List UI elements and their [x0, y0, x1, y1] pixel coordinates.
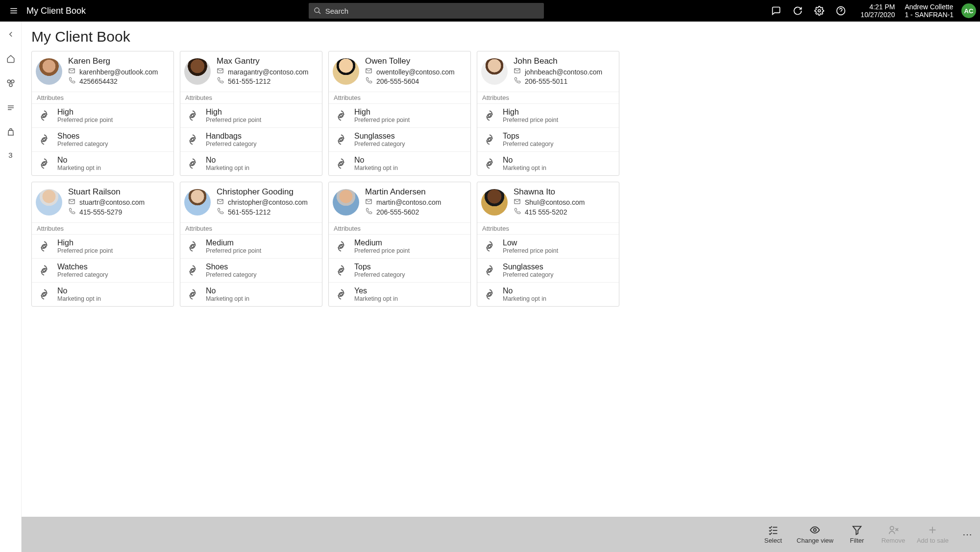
attributes-label: Attributes: [32, 92, 173, 103]
client-email: ShuI@contoso.com: [525, 198, 585, 207]
search-input[interactable]: [325, 7, 539, 15]
attr-price-label: Preferred price point: [503, 247, 558, 254]
top-right: 4:21 PM 10/27/2020 Andrew Collette 1 - S…: [766, 1, 976, 21]
filter-button[interactable]: Filter: [844, 525, 870, 544]
swirl-icon: [483, 109, 496, 122]
attr-row-price: High Preferred price point: [32, 234, 173, 258]
chat-icon[interactable]: [766, 1, 786, 21]
attr-price-label: Preferred price point: [57, 247, 113, 254]
gear-icon[interactable]: [809, 1, 829, 21]
client-avatar: [36, 58, 62, 85]
attr-optin-value: No: [57, 287, 101, 295]
client-meta: Owen Tolley owentolley@contoso.com 206-5…: [365, 56, 466, 87]
attr-row-price: Medium Preferred price point: [329, 234, 470, 258]
svg-line-4: [318, 12, 320, 14]
client-card[interactable]: Karen Berg karenhberg@outlook.com 425665…: [31, 51, 174, 176]
client-phone-row: 415 555-5202: [514, 208, 614, 217]
client-name: Owen Tolley: [365, 56, 466, 66]
swirl-icon: [483, 288, 496, 301]
mail-icon: [217, 198, 224, 208]
phone-icon: [514, 77, 521, 87]
bag-icon[interactable]: [5, 126, 17, 138]
attr-category-label: Preferred category: [503, 271, 554, 278]
svg-point-3: [315, 8, 319, 12]
svg-point-14: [43, 114, 46, 117]
attr-category-value: Tops: [354, 263, 405, 271]
attr-optin-value: No: [57, 156, 101, 165]
client-card[interactable]: Stuart Railson stuartr@contoso.com 415-5…: [31, 182, 174, 307]
app-title: My Client Book: [26, 6, 86, 16]
add-to-sale-button: Add to sale: [917, 525, 949, 544]
back-icon[interactable]: [5, 28, 17, 40]
attr-row-optin: No Marketing opt in: [329, 151, 470, 175]
mail-icon: [68, 198, 75, 208]
card-head: Max Gantry maragantry@contoso.com 561-55…: [180, 51, 322, 92]
attributes-label: Attributes: [329, 92, 470, 103]
svg-point-8: [7, 80, 10, 83]
client-card[interactable]: Martin Andersen martin@contoso.com 206-5…: [328, 182, 471, 307]
client-card[interactable]: Shawna Ito ShuI@contoso.com 415 555-5202…: [477, 182, 619, 307]
search-box[interactable]: [309, 3, 544, 19]
client-email: maragantry@contoso.com: [228, 68, 308, 77]
card-head: Karen Berg karenhberg@outlook.com 425665…: [32, 51, 173, 92]
client-email-row: maragantry@contoso.com: [217, 67, 317, 77]
attr-row-optin: No Marketing opt in: [477, 151, 619, 175]
svg-point-5: [818, 10, 821, 12]
svg-point-30: [192, 269, 194, 271]
attr-price-value: High: [503, 108, 558, 117]
client-card[interactable]: Max Gantry maragantry@contoso.com 561-55…: [180, 51, 322, 176]
phone-icon: [217, 208, 224, 217]
svg-point-29: [192, 245, 194, 247]
client-email-row: christopher@contoso.com: [217, 198, 317, 208]
hamburger-icon[interactable]: [4, 1, 24, 21]
svg-point-41: [814, 528, 817, 531]
client-meta: Christopher Gooding christopher@contoso.…: [217, 187, 317, 217]
refresh-icon[interactable]: [788, 1, 808, 21]
more-icon[interactable]: ⋯: [962, 528, 973, 540]
attr-row-optin: Yes Marketing opt in: [329, 282, 470, 306]
search-wrap: [86, 3, 766, 19]
client-phone-row: 561-555-1212: [217, 208, 317, 217]
help-icon[interactable]: [831, 1, 851, 21]
swirl-icon: [483, 240, 496, 253]
attr-optin-value: No: [206, 287, 249, 295]
svg-point-22: [340, 162, 343, 165]
client-card[interactable]: Christopher Gooding christopher@contoso.…: [180, 182, 322, 307]
svg-point-9: [11, 80, 14, 83]
client-card[interactable]: Owen Tolley owentolley@contoso.com 206-5…: [328, 51, 471, 176]
products-icon[interactable]: [5, 77, 17, 89]
attributes-label: Attributes: [477, 92, 619, 103]
user-info[interactable]: Andrew Collette 1 - SANFRAN-1: [905, 3, 954, 19]
client-card[interactable]: John Beach johnbeach@contoso.com 206-555…: [477, 51, 619, 176]
attr-optin-label: Marketing opt in: [206, 165, 249, 171]
attr-row-price: High Preferred price point: [477, 103, 619, 127]
swirl-icon: [186, 240, 199, 253]
card-head: Owen Tolley owentolley@contoso.com 206-5…: [329, 51, 470, 92]
select-button[interactable]: Select: [760, 525, 786, 544]
attr-optin-label: Marketing opt in: [57, 295, 101, 302]
attr-price-value: High: [206, 108, 261, 117]
attr-category-value: Watches: [57, 263, 108, 271]
attr-row-optin: No Marketing opt in: [477, 282, 619, 306]
list-icon[interactable]: [5, 102, 17, 114]
client-avatar: [481, 58, 508, 85]
home-icon[interactable]: [5, 53, 17, 65]
rail-badge[interactable]: 3: [8, 151, 12, 159]
avatar[interactable]: AC: [961, 3, 976, 18]
svg-point-10: [9, 84, 12, 87]
swirl-icon: [38, 264, 50, 277]
svg-marker-42: [853, 527, 861, 535]
phone-icon: [68, 77, 75, 87]
client-phone-row: 4256654432: [68, 77, 169, 87]
attr-row-optin: No Marketing opt in: [180, 151, 322, 175]
attr-price-label: Preferred price point: [354, 117, 410, 123]
card-head: Martin Andersen martin@contoso.com 206-5…: [329, 182, 470, 222]
attr-optin-label: Marketing opt in: [503, 295, 546, 302]
change-view-button[interactable]: Change view: [797, 525, 833, 544]
client-name: Stuart Railson: [68, 187, 169, 197]
client-email: martin@contoso.com: [376, 198, 441, 207]
attr-category-label: Preferred category: [354, 271, 405, 278]
svg-point-34: [340, 293, 343, 295]
swirl-icon: [335, 109, 347, 122]
side-rail: 3: [0, 22, 22, 552]
